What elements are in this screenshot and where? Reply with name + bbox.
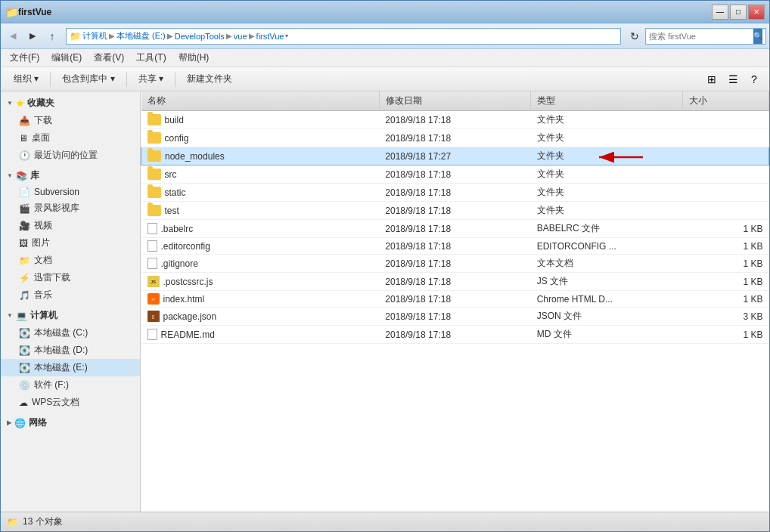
table-row[interactable]: .babelrc 2018/9/18 17:18 BABELRC 文件 1 KB — [141, 220, 769, 238]
file-size: 1 KB — [682, 238, 769, 255]
table-row[interactable]: node_modules 2018/9/18 17:27 文件夹 — [141, 147, 769, 165]
breadcrumb-drive[interactable]: 本地磁盘 (E:) — [116, 30, 166, 42]
sidebar-item-downloads[interactable]: 📥 下载 — [1, 112, 140, 129]
toolbar-divider-1 — [50, 72, 51, 87]
table-row[interactable]: config 2018/9/18 17:18 文件夹 — [141, 129, 769, 147]
back-button[interactable]: ◀ — [4, 27, 22, 45]
forward-button[interactable]: ▶ — [23, 27, 42, 45]
file-name: .editorconfig — [161, 241, 210, 252]
nav-bar: ◀ ▶ ↑ 📁 计算机 ▶ 本地磁盘 (E:) ▶ DevelopTools ▶… — [1, 23, 769, 49]
sidebar-item-music[interactable]: 🎵 音乐 — [1, 286, 140, 304]
drive-e-icon: 💽 — [19, 363, 30, 373]
video-icon: 🎥 — [19, 221, 30, 231]
recent-icon: 🕐 — [19, 150, 30, 161]
breadcrumb-dropdown-icon[interactable]: ▾ — [285, 32, 288, 39]
table-row[interactable]: .editorconfig 2018/9/18 17:18 EDITORCONF… — [141, 238, 769, 255]
downloads-label: 下载 — [34, 114, 52, 127]
include-library-button[interactable]: 包含到库中 ▾ — [55, 70, 121, 89]
menu-file[interactable]: 文件(F) — [4, 50, 45, 66]
table-row[interactable]: static 2018/9/18 17:18 文件夹 — [141, 184, 769, 202]
sidebar-item-thunder[interactable]: ⚡ 迅雷下载 — [1, 269, 140, 286]
breadcrumb-computer[interactable]: 计算机 — [82, 30, 107, 42]
file-date: 2018/9/18 17:18 — [379, 326, 530, 344]
table-row[interactable]: README.md 2018/9/18 17:18 MD 文件 1 KB — [141, 326, 769, 344]
sidebar-item-wps[interactable]: ☁ WPS云文档 — [1, 394, 140, 411]
sidebar-section-computer: ▼ 💻 计算机 💽 本地磁盘 (C:) 💽 本地磁盘 (D:) 💽 — [1, 307, 140, 411]
subversion-label: Subversion — [34, 187, 79, 197]
sidebar-header-library[interactable]: ▼ 📚 库 — [1, 167, 140, 184]
toolbar: 组织 ▾ 包含到库中 ▾ 共享 ▾ 新建文件夹 ⊞ ☰ ? — [1, 67, 769, 91]
window-controls: — □ ✕ — [712, 5, 765, 20]
sidebar-item-drive-e[interactable]: 💽 本地磁盘 (E:) — [1, 359, 140, 376]
sidebar-item-subversion[interactable]: 📄 Subversion — [1, 184, 140, 200]
sidebar-item-documents[interactable]: 📁 文档 — [1, 252, 140, 269]
sidebar-header-network[interactable]: ▶ 🌐 网络 — [1, 414, 140, 431]
table-row[interactable]: .gitignore 2018/9/18 17:18 文本文档 1 KB — [141, 255, 769, 273]
sidebar-section-network: ▶ 🌐 网络 — [1, 414, 140, 431]
menu-bar: 文件(F) 编辑(E) 查看(V) 工具(T) 帮助(H) — [1, 49, 769, 67]
table-row[interactable]: H index.html 2018/9/18 17:18 Chrome HTML… — [141, 291, 769, 308]
menu-edit[interactable]: 编辑(E) — [45, 50, 88, 66]
sidebar-section-favorites: ▼ ★ 收藏夹 📥 下载 🖥 桌面 🕐 最近访问的位置 — [1, 94, 140, 164]
thunder-icon: ⚡ — [19, 273, 30, 283]
table-row[interactable]: test 2018/9/18 17:18 文件夹 — [141, 202, 769, 220]
sidebar-item-recent[interactable]: 🕐 最近访问的位置 — [1, 147, 140, 164]
column-header-name[interactable]: 名称 — [141, 91, 380, 111]
organize-button[interactable]: 组织 ▾ — [7, 70, 45, 89]
menu-tools[interactable]: 工具(T) — [130, 50, 172, 66]
file-size: 1 KB — [682, 273, 769, 291]
breadcrumb: 计算机 ▶ 本地磁盘 (E:) ▶ DevelopTools ▶ vue ▶ f… — [82, 30, 617, 42]
up-button[interactable]: ↑ — [43, 27, 61, 45]
file-name: node_modules — [165, 151, 225, 162]
music-label: 音乐 — [34, 289, 52, 302]
file-size: 1 KB — [682, 220, 769, 238]
sidebar-item-desktop[interactable]: 🖥 桌面 — [1, 129, 140, 147]
sidebar-item-drive-c[interactable]: 💽 本地磁盘 (C:) — [1, 324, 140, 342]
computer-label: 计算机 — [30, 309, 57, 322]
sidebar-item-jingfeng[interactable]: 🎬 景风影视库 — [1, 200, 140, 217]
file-name: config — [165, 133, 189, 144]
file-list-container[interactable]: 名称 修改日期 类型 大小 build 2018/9/18 17:18 文件夹 — [141, 91, 769, 512]
refresh-button[interactable]: ↻ — [626, 27, 644, 45]
sidebar-item-video[interactable]: 🎥 视频 — [1, 217, 140, 234]
content-area: ▼ ★ 收藏夹 📥 下载 🖥 桌面 🕐 最近访问的位置 — [1, 91, 769, 512]
folder-icon — [147, 187, 161, 198]
file-date: 2018/9/18 17:18 — [379, 238, 530, 255]
breadcrumb-developtools[interactable]: DevelopTools — [175, 32, 225, 41]
table-row[interactable]: build 2018/9/18 17:18 文件夹 — [141, 111, 769, 129]
file-name: static — [165, 187, 186, 198]
file-name-cell: src — [141, 165, 380, 184]
view-toggle-button[interactable]: ⊞ — [703, 70, 721, 88]
column-header-type[interactable]: 类型 — [531, 91, 682, 111]
jingfeng-icon: 🎬 — [19, 203, 30, 214]
music-icon: 🎵 — [19, 290, 30, 301]
file-date: 2018/9/18 17:18 — [379, 202, 530, 220]
sidebar-header-favorites[interactable]: ▼ ★ 收藏夹 — [1, 94, 140, 112]
sidebar-item-drive-f[interactable]: 💿 软件 (F:) — [1, 376, 140, 394]
breadcrumb-firstvue[interactable]: firstVue — [256, 32, 284, 41]
sidebar-item-drive-d[interactable]: 💽 本地磁盘 (D:) — [1, 342, 140, 359]
close-button[interactable]: ✕ — [748, 5, 765, 20]
column-header-size[interactable]: 大小 — [682, 91, 769, 111]
library-icon: 📚 — [16, 171, 27, 181]
share-button[interactable]: 共享 ▾ — [132, 70, 170, 89]
status-count: 13 个对象 — [23, 515, 63, 528]
new-folder-button[interactable]: 新建文件夹 — [180, 70, 239, 89]
menu-help[interactable]: 帮助(H) — [172, 50, 216, 66]
sidebar-item-images[interactable]: 🖼 图片 — [1, 234, 140, 252]
column-header-date[interactable]: 修改日期 — [379, 91, 530, 111]
search-input[interactable] — [649, 32, 753, 41]
minimize-button[interactable]: — — [712, 5, 728, 20]
maximize-button[interactable]: □ — [730, 5, 747, 20]
breadcrumb-vue[interactable]: vue — [234, 32, 247, 41]
table-row[interactable]: src 2018/9/18 17:18 文件夹 — [141, 165, 769, 184]
table-row[interactable]: {} package.json 2018/9/18 17:18 JSON 文件 … — [141, 308, 769, 326]
desktop-icon: 🖥 — [19, 133, 28, 144]
search-button[interactable]: 🔍 — [753, 29, 762, 44]
table-row[interactable]: JS .postcssrc.js 2018/9/18 17:18 JS 文件 1… — [141, 273, 769, 291]
view-list-button[interactable]: ☰ — [724, 70, 742, 88]
sidebar-header-computer[interactable]: ▼ 💻 计算机 — [1, 307, 140, 324]
help-button[interactable]: ? — [745, 70, 763, 88]
menu-view[interactable]: 查看(V) — [88, 50, 130, 66]
drive-c-icon: 💽 — [19, 328, 30, 339]
